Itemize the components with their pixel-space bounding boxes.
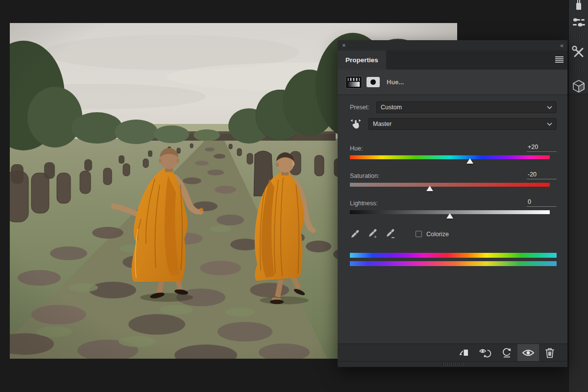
preset-row: Preset: Custom xyxy=(350,101,557,113)
panel-topbar: × « xyxy=(338,40,567,50)
view-previous-state-button[interactable] xyxy=(474,344,496,362)
panel-resize-grip[interactable] xyxy=(338,361,567,367)
saturation-slider-group: Saturation: -20 xyxy=(350,171,557,187)
eyedropper-subtract-icon[interactable] xyxy=(385,229,395,239)
channel-select[interactable]: Master xyxy=(368,118,557,130)
panel-tab-row: Properties xyxy=(338,50,567,70)
eyedropper-row: + Colorize xyxy=(350,229,557,239)
saturation-value-field[interactable]: -20 xyxy=(527,171,557,179)
lightness-slider-track[interactable] xyxy=(350,210,550,214)
dock-lower-area xyxy=(569,94,588,392)
eyedropper-add-icon[interactable]: + xyxy=(368,229,378,239)
saturation-label: Saturation: xyxy=(350,172,379,179)
layer-mask-thumbnail[interactable] xyxy=(367,77,380,87)
channel-row: Master xyxy=(350,118,557,130)
adjustment-header: Hue... xyxy=(338,70,567,95)
colorize-label: Colorize xyxy=(426,231,449,238)
tab-properties[interactable]: Properties xyxy=(338,50,386,70)
saturation-slider-track[interactable] xyxy=(350,183,550,187)
preset-value: Custom xyxy=(381,104,402,111)
channel-value: Master xyxy=(373,121,392,127)
delete-button[interactable] xyxy=(539,344,561,362)
saturation-slider-thumb[interactable] xyxy=(426,186,433,191)
brushes-icon[interactable] xyxy=(569,0,588,11)
targeted-adjustment-hand-icon[interactable] xyxy=(350,119,362,129)
hue-value-field[interactable]: +20 xyxy=(527,144,557,152)
panel-menu-icon[interactable] xyxy=(555,56,564,63)
tools-icon[interactable] xyxy=(569,40,588,65)
hue-label: Hue: xyxy=(350,145,363,152)
eyedropper-icon[interactable] xyxy=(350,229,360,239)
dock-grip xyxy=(570,33,587,38)
preset-label: Preset: xyxy=(350,104,376,111)
hue-slider-group: Hue: +20 xyxy=(350,144,557,159)
lightness-value-field[interactable]: 0 xyxy=(527,198,557,207)
chevron-down-icon xyxy=(547,122,552,126)
brush-settings-icon[interactable] xyxy=(569,15,588,31)
properties-panel: × « Properties Hue... Preset: Custom xyxy=(338,40,567,367)
visibility-button[interactable] xyxy=(517,344,539,362)
hue-saturation-adjustment-thumbnail[interactable] xyxy=(345,76,362,89)
collapse-panel-icon[interactable]: « xyxy=(560,42,563,49)
adjusted-hue-spectrum-bar xyxy=(350,261,557,266)
panel-content: Preset: Custom Master Hue: + xyxy=(338,95,567,343)
dock-grip xyxy=(570,67,587,72)
hue-slider-track[interactable] xyxy=(350,155,550,159)
hue-slider-thumb[interactable] xyxy=(466,158,473,164)
svg-text:+: + xyxy=(374,234,377,239)
panel-dock xyxy=(568,0,588,392)
preset-select[interactable]: Custom xyxy=(376,101,557,113)
adjustment-title: Hue... xyxy=(387,78,404,86)
colorize-checkbox[interactable] xyxy=(416,231,422,237)
lightness-label: Lightness: xyxy=(350,200,378,207)
chevron-down-icon xyxy=(547,106,552,109)
reset-button[interactable] xyxy=(496,344,517,362)
lightness-slider-thumb[interactable] xyxy=(446,213,453,219)
hue-spectrum-bars xyxy=(350,253,557,266)
panel-footer-toolbar xyxy=(338,343,567,361)
original-hue-spectrum-bar xyxy=(350,253,557,258)
close-icon[interactable]: × xyxy=(342,42,346,49)
lightness-slider-group: Lightness: 0 xyxy=(350,198,557,214)
clip-to-layer-button[interactable] xyxy=(453,344,474,362)
